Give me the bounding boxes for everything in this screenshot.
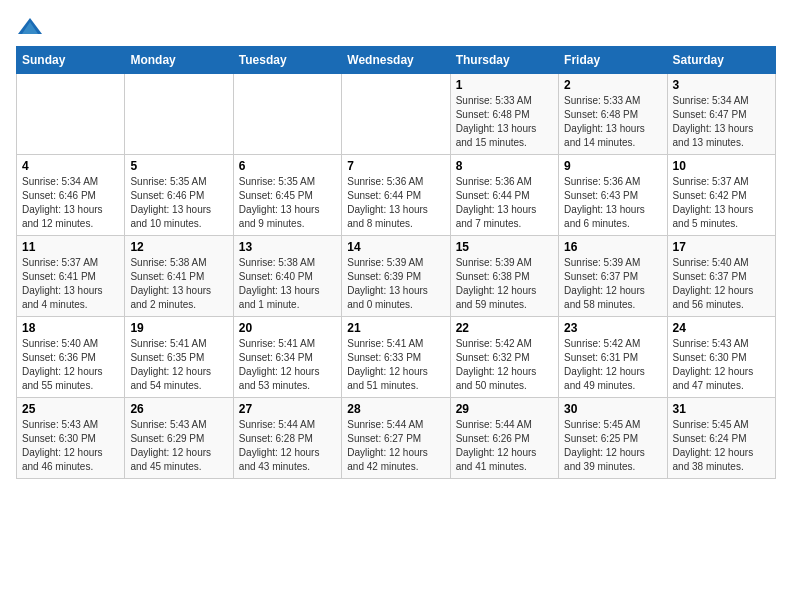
day-number: 3 — [673, 78, 770, 92]
calendar-cell: 4Sunrise: 5:34 AM Sunset: 6:46 PM Daylig… — [17, 155, 125, 236]
day-number: 19 — [130, 321, 227, 335]
day-info: Sunrise: 5:34 AM Sunset: 6:47 PM Dayligh… — [673, 94, 770, 150]
day-number: 8 — [456, 159, 553, 173]
calendar-week-2: 4Sunrise: 5:34 AM Sunset: 6:46 PM Daylig… — [17, 155, 776, 236]
calendar-cell: 9Sunrise: 5:36 AM Sunset: 6:43 PM Daylig… — [559, 155, 667, 236]
day-info: Sunrise: 5:36 AM Sunset: 6:43 PM Dayligh… — [564, 175, 661, 231]
calendar-cell: 5Sunrise: 5:35 AM Sunset: 6:46 PM Daylig… — [125, 155, 233, 236]
calendar-cell: 17Sunrise: 5:40 AM Sunset: 6:37 PM Dayli… — [667, 236, 775, 317]
day-number: 6 — [239, 159, 336, 173]
calendar-body: 1Sunrise: 5:33 AM Sunset: 6:48 PM Daylig… — [17, 74, 776, 479]
calendar-week-4: 18Sunrise: 5:40 AM Sunset: 6:36 PM Dayli… — [17, 317, 776, 398]
day-info: Sunrise: 5:43 AM Sunset: 6:30 PM Dayligh… — [22, 418, 119, 474]
day-info: Sunrise: 5:41 AM Sunset: 6:33 PM Dayligh… — [347, 337, 444, 393]
calendar-cell: 6Sunrise: 5:35 AM Sunset: 6:45 PM Daylig… — [233, 155, 341, 236]
calendar-cell: 3Sunrise: 5:34 AM Sunset: 6:47 PM Daylig… — [667, 74, 775, 155]
day-number: 29 — [456, 402, 553, 416]
header-cell-sunday: Sunday — [17, 47, 125, 74]
logo-icon — [16, 16, 44, 38]
calendar-cell: 24Sunrise: 5:43 AM Sunset: 6:30 PM Dayli… — [667, 317, 775, 398]
page-header — [16, 16, 776, 38]
day-number: 15 — [456, 240, 553, 254]
calendar-cell: 22Sunrise: 5:42 AM Sunset: 6:32 PM Dayli… — [450, 317, 558, 398]
calendar-cell: 25Sunrise: 5:43 AM Sunset: 6:30 PM Dayli… — [17, 398, 125, 479]
day-info: Sunrise: 5:35 AM Sunset: 6:45 PM Dayligh… — [239, 175, 336, 231]
day-info: Sunrise: 5:43 AM Sunset: 6:29 PM Dayligh… — [130, 418, 227, 474]
day-info: Sunrise: 5:42 AM Sunset: 6:32 PM Dayligh… — [456, 337, 553, 393]
day-info: Sunrise: 5:41 AM Sunset: 6:34 PM Dayligh… — [239, 337, 336, 393]
calendar-cell: 12Sunrise: 5:38 AM Sunset: 6:41 PM Dayli… — [125, 236, 233, 317]
day-number: 4 — [22, 159, 119, 173]
day-info: Sunrise: 5:42 AM Sunset: 6:31 PM Dayligh… — [564, 337, 661, 393]
day-info: Sunrise: 5:33 AM Sunset: 6:48 PM Dayligh… — [456, 94, 553, 150]
day-info: Sunrise: 5:44 AM Sunset: 6:28 PM Dayligh… — [239, 418, 336, 474]
day-number: 7 — [347, 159, 444, 173]
day-info: Sunrise: 5:38 AM Sunset: 6:40 PM Dayligh… — [239, 256, 336, 312]
calendar-cell — [342, 74, 450, 155]
day-info: Sunrise: 5:36 AM Sunset: 6:44 PM Dayligh… — [456, 175, 553, 231]
day-number: 14 — [347, 240, 444, 254]
calendar-cell — [17, 74, 125, 155]
day-number: 25 — [22, 402, 119, 416]
day-info: Sunrise: 5:45 AM Sunset: 6:24 PM Dayligh… — [673, 418, 770, 474]
day-info: Sunrise: 5:40 AM Sunset: 6:36 PM Dayligh… — [22, 337, 119, 393]
day-info: Sunrise: 5:33 AM Sunset: 6:48 PM Dayligh… — [564, 94, 661, 150]
calendar-cell: 30Sunrise: 5:45 AM Sunset: 6:25 PM Dayli… — [559, 398, 667, 479]
day-number: 21 — [347, 321, 444, 335]
calendar-cell: 27Sunrise: 5:44 AM Sunset: 6:28 PM Dayli… — [233, 398, 341, 479]
calendar-week-5: 25Sunrise: 5:43 AM Sunset: 6:30 PM Dayli… — [17, 398, 776, 479]
calendar-cell: 20Sunrise: 5:41 AM Sunset: 6:34 PM Dayli… — [233, 317, 341, 398]
day-number: 27 — [239, 402, 336, 416]
header-cell-friday: Friday — [559, 47, 667, 74]
day-number: 10 — [673, 159, 770, 173]
calendar-cell: 19Sunrise: 5:41 AM Sunset: 6:35 PM Dayli… — [125, 317, 233, 398]
calendar-cell: 14Sunrise: 5:39 AM Sunset: 6:39 PM Dayli… — [342, 236, 450, 317]
day-number: 12 — [130, 240, 227, 254]
calendar-cell: 16Sunrise: 5:39 AM Sunset: 6:37 PM Dayli… — [559, 236, 667, 317]
calendar-cell: 18Sunrise: 5:40 AM Sunset: 6:36 PM Dayli… — [17, 317, 125, 398]
calendar-table: SundayMondayTuesdayWednesdayThursdayFrid… — [16, 46, 776, 479]
day-info: Sunrise: 5:39 AM Sunset: 6:39 PM Dayligh… — [347, 256, 444, 312]
day-number: 20 — [239, 321, 336, 335]
day-number: 30 — [564, 402, 661, 416]
day-info: Sunrise: 5:37 AM Sunset: 6:41 PM Dayligh… — [22, 256, 119, 312]
day-info: Sunrise: 5:34 AM Sunset: 6:46 PM Dayligh… — [22, 175, 119, 231]
day-info: Sunrise: 5:41 AM Sunset: 6:35 PM Dayligh… — [130, 337, 227, 393]
day-number: 18 — [22, 321, 119, 335]
day-number: 5 — [130, 159, 227, 173]
day-number: 26 — [130, 402, 227, 416]
calendar-cell: 28Sunrise: 5:44 AM Sunset: 6:27 PM Dayli… — [342, 398, 450, 479]
calendar-cell — [233, 74, 341, 155]
day-number: 23 — [564, 321, 661, 335]
day-info: Sunrise: 5:39 AM Sunset: 6:38 PM Dayligh… — [456, 256, 553, 312]
day-info: Sunrise: 5:40 AM Sunset: 6:37 PM Dayligh… — [673, 256, 770, 312]
day-info: Sunrise: 5:39 AM Sunset: 6:37 PM Dayligh… — [564, 256, 661, 312]
day-info: Sunrise: 5:38 AM Sunset: 6:41 PM Dayligh… — [130, 256, 227, 312]
day-info: Sunrise: 5:35 AM Sunset: 6:46 PM Dayligh… — [130, 175, 227, 231]
day-number: 16 — [564, 240, 661, 254]
day-number: 17 — [673, 240, 770, 254]
header-cell-tuesday: Tuesday — [233, 47, 341, 74]
day-number: 13 — [239, 240, 336, 254]
calendar-cell: 1Sunrise: 5:33 AM Sunset: 6:48 PM Daylig… — [450, 74, 558, 155]
header-row: SundayMondayTuesdayWednesdayThursdayFrid… — [17, 47, 776, 74]
day-number: 9 — [564, 159, 661, 173]
day-number: 2 — [564, 78, 661, 92]
day-info: Sunrise: 5:44 AM Sunset: 6:26 PM Dayligh… — [456, 418, 553, 474]
day-number: 22 — [456, 321, 553, 335]
day-info: Sunrise: 5:43 AM Sunset: 6:30 PM Dayligh… — [673, 337, 770, 393]
day-number: 1 — [456, 78, 553, 92]
calendar-cell: 10Sunrise: 5:37 AM Sunset: 6:42 PM Dayli… — [667, 155, 775, 236]
calendar-week-1: 1Sunrise: 5:33 AM Sunset: 6:48 PM Daylig… — [17, 74, 776, 155]
calendar-cell: 11Sunrise: 5:37 AM Sunset: 6:41 PM Dayli… — [17, 236, 125, 317]
header-cell-saturday: Saturday — [667, 47, 775, 74]
calendar-cell: 23Sunrise: 5:42 AM Sunset: 6:31 PM Dayli… — [559, 317, 667, 398]
calendar-cell: 29Sunrise: 5:44 AM Sunset: 6:26 PM Dayli… — [450, 398, 558, 479]
calendar-cell: 2Sunrise: 5:33 AM Sunset: 6:48 PM Daylig… — [559, 74, 667, 155]
day-info: Sunrise: 5:37 AM Sunset: 6:42 PM Dayligh… — [673, 175, 770, 231]
header-cell-thursday: Thursday — [450, 47, 558, 74]
calendar-cell: 7Sunrise: 5:36 AM Sunset: 6:44 PM Daylig… — [342, 155, 450, 236]
calendar-cell: 21Sunrise: 5:41 AM Sunset: 6:33 PM Dayli… — [342, 317, 450, 398]
day-number: 31 — [673, 402, 770, 416]
day-info: Sunrise: 5:36 AM Sunset: 6:44 PM Dayligh… — [347, 175, 444, 231]
